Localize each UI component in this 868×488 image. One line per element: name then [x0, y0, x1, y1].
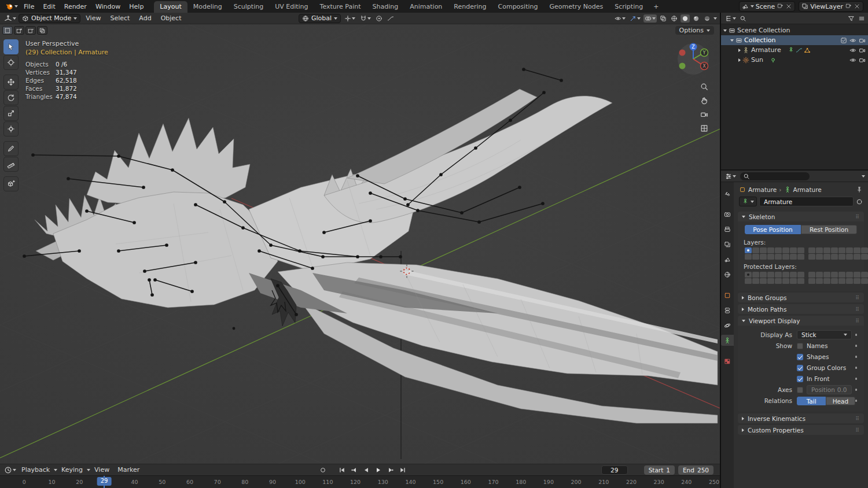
- display-options-icon[interactable]: [858, 15, 865, 22]
- layer-toggle[interactable]: [790, 272, 797, 278]
- animate-dot[interactable]: [855, 334, 858, 336]
- menu-window[interactable]: Window: [91, 2, 124, 12]
- tab-constraints[interactable]: [721, 305, 734, 316]
- blender-logo-menu[interactable]: [5, 2, 19, 11]
- jump-to-start-button[interactable]: [337, 465, 347, 474]
- disable-render-camera-icon[interactable]: [859, 47, 866, 54]
- section-grip[interactable]: ⠿: [855, 295, 860, 301]
- layer-toggle[interactable]: [752, 254, 759, 260]
- layer-toggle[interactable]: [745, 272, 752, 278]
- menu-edit[interactable]: Edit: [39, 2, 59, 12]
- disable-render-camera-icon[interactable]: [859, 37, 866, 44]
- layer-toggle[interactable]: [816, 272, 823, 278]
- layer-toggle[interactable]: [823, 272, 830, 278]
- tab-rendering[interactable]: Rendering: [448, 1, 492, 13]
- frame-start-field[interactable]: Start 1: [644, 465, 675, 475]
- show-gizmos-toggle[interactable]: [628, 14, 642, 23]
- new-scene-icon[interactable]: [777, 3, 784, 10]
- auto-keying-toggle[interactable]: [318, 465, 328, 474]
- outliner-row-collection[interactable]: Collection: [721, 35, 868, 45]
- menu-render[interactable]: Render: [60, 2, 91, 12]
- layer-toggle[interactable]: [861, 278, 868, 284]
- disclosure-triangle-icon[interactable]: [723, 29, 727, 32]
- tab-animation[interactable]: Animation: [404, 1, 448, 13]
- exclude-checkbox-icon[interactable]: [840, 37, 847, 44]
- outliner-row-sun[interactable]: Sun: [721, 55, 868, 65]
- select-mode-new-button[interactable]: [2, 26, 13, 35]
- layer-toggle[interactable]: [790, 247, 797, 253]
- zoom-view-button[interactable]: [698, 81, 710, 93]
- proportional-editing-toggle[interactable]: [374, 14, 384, 23]
- show-overlays-toggle[interactable]: [643, 14, 657, 23]
- tool-options-dropdown[interactable]: Options: [675, 26, 714, 35]
- layer-toggle[interactable]: [808, 254, 815, 260]
- properties-search-input[interactable]: [740, 172, 810, 180]
- transform-tool[interactable]: [3, 121, 19, 136]
- tab-tool[interactable]: [721, 188, 734, 199]
- new-viewlayer-icon[interactable]: [845, 3, 852, 10]
- timeline-ruler[interactable]: 0102030405060708090100110120130140150160…: [0, 475, 720, 488]
- layer-toggle[interactable]: [775, 272, 782, 278]
- camera-view-button[interactable]: [698, 109, 710, 120]
- axes-checkbox[interactable]: [797, 387, 803, 393]
- armature-data-icon[interactable]: [788, 47, 795, 54]
- section-grip[interactable]: ⠿: [855, 214, 860, 220]
- layer-toggle[interactable]: [775, 247, 782, 253]
- layer-toggle[interactable]: [790, 278, 797, 284]
- section-grip[interactable]: ⠿: [855, 427, 860, 433]
- layer-toggle[interactable]: [831, 247, 838, 253]
- tab-uv-editing[interactable]: UV Editing: [269, 1, 314, 13]
- layer-toggle[interactable]: [823, 254, 830, 260]
- shading-wireframe-button[interactable]: [670, 14, 679, 23]
- layer-toggle[interactable]: [854, 247, 860, 253]
- layer-toggle[interactable]: [782, 247, 789, 253]
- layer-toggle[interactable]: [846, 254, 853, 260]
- xray-toggle[interactable]: [659, 14, 668, 23]
- measure-tool[interactable]: [3, 157, 19, 172]
- tab-texture-paint[interactable]: Texture Paint: [314, 1, 367, 13]
- viewport-canvas[interactable]: Options User Perspective (29) Collection…: [0, 24, 720, 464]
- layer-toggle[interactable]: [816, 247, 823, 253]
- layer-toggle[interactable]: [797, 278, 804, 284]
- current-frame-field[interactable]: 29: [601, 465, 628, 475]
- properties-editor-type-button[interactable]: [724, 172, 737, 180]
- object-visibility-select[interactable]: [613, 14, 627, 23]
- layer-toggle[interactable]: [846, 247, 853, 253]
- menu-view-timeline[interactable]: View: [90, 465, 113, 475]
- section-custom-properties[interactable]: Custom Properties ⠿: [738, 425, 864, 435]
- tab-render[interactable]: [721, 209, 734, 220]
- animate-dot[interactable]: [855, 378, 858, 380]
- select-mode-extend-button[interactable]: [14, 26, 24, 35]
- select-mode-subtract-button[interactable]: [25, 26, 36, 35]
- search-icon[interactable]: [740, 15, 746, 22]
- layer-toggle[interactable]: [831, 278, 838, 284]
- menu-help[interactable]: Help: [125, 2, 148, 12]
- mesh-data-icon[interactable]: [804, 47, 811, 54]
- head-button[interactable]: Head: [826, 397, 855, 405]
- pin-icon[interactable]: [856, 186, 863, 193]
- layer-toggle[interactable]: [797, 254, 804, 260]
- layer-toggle[interactable]: [745, 278, 752, 284]
- group-colors-checkbox[interactable]: [797, 365, 803, 371]
- cursor-tool[interactable]: [3, 55, 19, 70]
- rest-position-button[interactable]: Rest Position: [801, 225, 857, 234]
- toggle-perspective-button[interactable]: [698, 123, 710, 134]
- tab-sculpting[interactable]: Sculpting: [228, 1, 269, 13]
- tab-view-layer[interactable]: [721, 239, 734, 250]
- menu-keying[interactable]: Keying: [57, 465, 87, 475]
- menu-select[interactable]: Select: [106, 13, 134, 23]
- layer-toggle[interactable]: [823, 278, 830, 284]
- animation-data-icon[interactable]: [796, 47, 803, 54]
- play-reverse-button[interactable]: [361, 465, 371, 474]
- layer-toggle[interactable]: [767, 247, 774, 253]
- editor-type-button[interactable]: [3, 14, 17, 23]
- layer-toggle[interactable]: [752, 272, 759, 278]
- animate-dot[interactable]: [855, 367, 858, 369]
- layer-toggle[interactable]: [767, 278, 774, 284]
- layer-toggle[interactable]: [767, 254, 774, 260]
- layer-toggle[interactable]: [752, 247, 759, 253]
- pivot-point-select[interactable]: [343, 14, 356, 23]
- next-keyframe-button[interactable]: [385, 465, 395, 474]
- timeline-editor-type-button[interactable]: [3, 465, 17, 475]
- light-data-icon[interactable]: [770, 57, 777, 64]
